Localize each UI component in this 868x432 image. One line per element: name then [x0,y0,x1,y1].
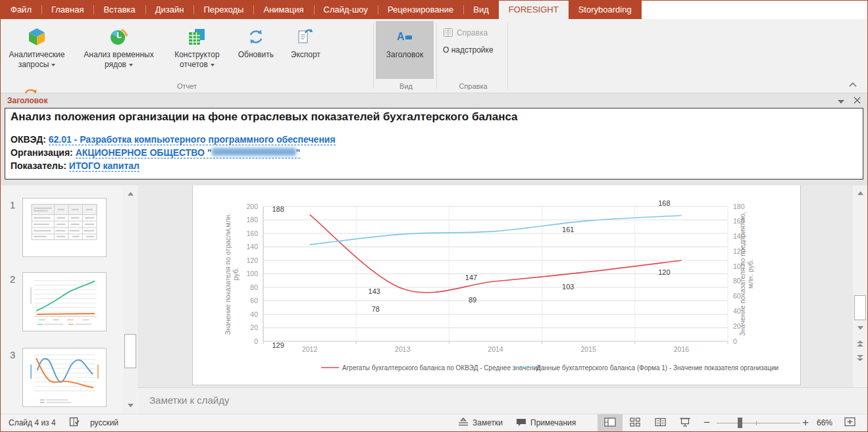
tab-transitions[interactable]: Переходы [193,1,253,19]
header-content-box: Анализ положения организации на фоне отр… [5,108,863,180]
editor-scrollbar[interactable] [853,185,867,387]
svg-text:Агрегаты бухгалтерского баланс: Агрегаты бухгалтерского баланса по ОКВЭД… [342,364,541,372]
help-button[interactable]: Справка [443,26,488,40]
fit-to-window-button[interactable] [839,414,860,431]
tab-storyboarding[interactable]: Storyboarding [569,1,642,19]
svg-text:89: 89 [469,296,476,304]
slide-sorter-icon [630,418,640,429]
slide-canvas[interactable]: 0204060801001201401601802000204060801001… [192,185,801,385]
analytical-queries-button[interactable]: Аналитическиезапросы [2,21,72,79]
cube-icon [27,27,47,47]
tab-foresight[interactable]: FORESIGHT [499,1,569,19]
collapse-ribbon-button[interactable] [846,79,859,89]
tab-design[interactable]: Дизайн [145,1,194,19]
notes-pane[interactable]: Заметки к слайду [138,387,867,414]
tab-review[interactable]: Рецензирование [378,1,463,19]
slide-sorter-view-button[interactable] [623,414,648,431]
time-series-analysis-button[interactable]: Анализ временныхрядов [74,21,163,79]
svg-text:80: 80 [250,283,258,291]
spellcheck-button[interactable] [69,414,80,431]
report-title: Анализ положения организации на фоне отр… [11,110,857,124]
tab-slideshow[interactable]: Слайд-шоу [314,1,378,19]
svg-text:103: 103 [562,283,574,291]
slide-thumbnail-1[interactable] [22,198,107,257]
zoom-slider-track [717,423,800,423]
okved-link[interactable]: 62.01 - Разработка компьютерного програм… [49,134,336,145]
svg-text:2012: 2012 [302,345,318,353]
reading-view-icon [655,418,666,429]
tab-animation[interactable]: Анимация [253,1,313,19]
tab-view[interactable]: Вид [463,1,499,19]
reading-view-button[interactable] [648,414,673,431]
tab-file[interactable]: Файл [1,1,41,19]
ribbon-group-report: Аналитическиезапросы Анализ временныхряд… [2,19,372,93]
header-addin-panel: Заголовок Анализ положения организации н… [1,93,867,185]
slide-thumbnail-2[interactable] [22,272,107,331]
slide-thumbnail-3[interactable] [22,348,107,407]
language-indicator[interactable]: русский [90,414,118,431]
svg-text:129: 129 [272,341,284,349]
balance-comparison-chart: 0204060801001201401601802000204060801001… [193,185,800,384]
ribbon-group-label: Вид [376,82,436,90]
export-icon [295,27,315,47]
svg-text:200: 200 [246,203,258,210]
redacted-organization-name [212,148,296,156]
notes-icon [458,418,469,428]
dropdown-arrow-icon [51,64,55,66]
slideshow-view-button[interactable] [673,414,698,431]
indicator-link[interactable]: ИТОГО капитал [69,160,140,172]
tab-list: ФайлГлавнаяВставкаДизайнПереходыАнимация… [1,1,642,19]
panel-close-icon[interactable] [854,95,861,107]
next-slide-icon[interactable] [854,352,866,364]
button-label: Заголовок [386,50,423,60]
export-button[interactable]: Экспорт [284,21,328,79]
okved-label: ОКВЭД: [11,134,46,145]
tab-home[interactable]: Главная [41,1,93,19]
svg-text:2013: 2013 [395,345,411,353]
svg-text:2016: 2016 [674,345,690,353]
scroll-up-icon[interactable] [124,188,136,199]
organization-label: Организация: [11,147,73,158]
zoom-in-button[interactable]: + [802,414,809,431]
report-builder-button[interactable]: Конструкторотчетов [166,21,228,79]
comments-toggle-button[interactable]: Примечания [516,414,576,431]
normal-view-button[interactable] [598,414,623,431]
header-toggle-button[interactable]: A Заголовок [376,21,434,79]
zoom-slider[interactable] [717,414,800,431]
chevron-up-icon [849,78,857,90]
editor-scrollbar-thumb[interactable] [854,295,866,320]
zoom-slider-thumb[interactable] [738,418,742,428]
thumbnail-scrollbar[interactable] [123,187,137,412]
about-addin-button[interactable]: О надстройке [443,43,494,57]
notes-toggle-button[interactable]: Заметки [458,414,503,431]
svg-text:180: 180 [733,203,745,210]
panel-menu-chevron-icon[interactable] [838,95,844,107]
notes-placeholder: Заметки к слайду [149,395,230,406]
status-bar: Слайд 4 из 4 русский Заметки Примечания … [1,414,867,432]
slide-number: 2 [10,274,15,285]
refresh-button[interactable]: Обновить [231,21,280,79]
tab-insert[interactable]: Вставка [93,1,145,19]
button-label: Экспорт [291,50,320,60]
panel-title: Заголовок [7,96,47,105]
scroll-down-icon[interactable] [124,400,136,411]
previous-slide-icon[interactable] [854,338,866,349]
svg-text:160: 160 [246,229,258,237]
zoom-out-button[interactable]: − [703,414,710,431]
button-label: Анализ временныхрядов [84,50,153,70]
thumbnail-scrollbar-thumb[interactable] [124,334,136,368]
svg-text:0: 0 [733,337,737,345]
zoom-level[interactable]: 66% [817,414,832,431]
title-bar-empty-area [642,1,867,19]
svg-text:143: 143 [369,287,380,295]
svg-text:120: 120 [658,268,670,276]
button-label: Конструкторотчетов [174,50,219,70]
svg-text:2015: 2015 [581,345,597,353]
scroll-down-icon[interactable] [854,322,866,333]
organization-link[interactable]: АКЦИОНЕРНОЕ ОБЩЕСТВО "" [76,147,301,158]
slide-thumbnail-pane: 123 [1,185,138,414]
scroll-up-icon[interactable] [854,187,866,199]
svg-text:20: 20 [250,324,258,331]
svg-text:0: 0 [254,337,258,345]
ribbon: Аналитическиезапросы Анализ временныхряд… [1,19,867,93]
